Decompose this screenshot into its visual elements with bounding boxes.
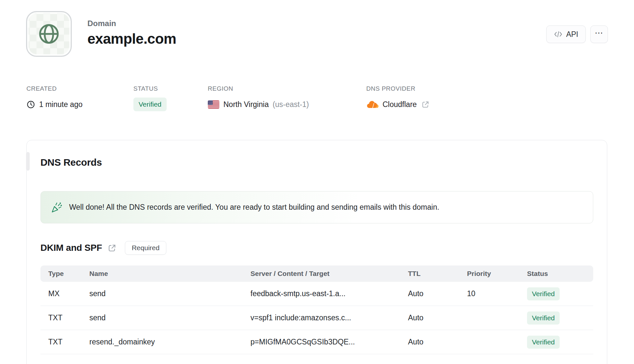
col-header-name: Name — [89, 270, 250, 278]
created-label: CREATED — [26, 85, 83, 93]
dkim-spf-section-header: DKIM and SPF Required — [40, 241, 593, 255]
status-label: STATUS — [133, 85, 167, 93]
dns-records-table: Type Name Server / Content / Target TTL … — [40, 265, 593, 354]
cell-priority: 10 — [467, 289, 527, 298]
cell-ttl: Auto — [408, 289, 467, 298]
status-badge: Verified — [133, 98, 167, 111]
dns-table-header: Type Name Server / Content / Target TTL … — [40, 265, 593, 282]
page-heading-group: Domain example.com — [87, 19, 176, 47]
cloudflare-icon — [366, 100, 379, 109]
more-button[interactable]: ⋯ — [590, 25, 608, 43]
col-header-content: Server / Content / Target — [250, 270, 408, 278]
header-actions: API ⋯ — [546, 25, 608, 43]
region-label: REGION — [208, 85, 309, 93]
table-row: TXTresend._domainkeyp=MIGfMA0GCSqGSIb3DQ… — [40, 330, 593, 354]
cell-name: send — [89, 313, 250, 322]
meta-dns-provider: DNS PROVIDER Cloudflare — [366, 85, 430, 112]
party-popper-icon — [51, 202, 62, 213]
col-header-priority: Priority — [467, 270, 527, 278]
meta-region: REGION — [208, 85, 309, 112]
cell-ttl: Auto — [408, 338, 467, 346]
dkim-spf-title: DKIM and SPF — [40, 243, 102, 253]
dkim-external-link-icon[interactable] — [108, 244, 116, 252]
col-header-status: Status — [527, 270, 593, 278]
col-header-ttl: TTL — [408, 270, 467, 278]
created-value: 1 minute ago — [39, 100, 83, 109]
region-code: (us-east-1) — [273, 100, 309, 109]
cell-status: Verified — [527, 311, 593, 325]
table-row: MXsendfeedback-smtp.us-east-1.a...Auto10… — [40, 282, 593, 306]
cell-status: Verified — [527, 336, 593, 349]
page-eyebrow: Domain — [87, 19, 176, 28]
cell-content: feedback-smtp.us-east-1.a... — [250, 289, 408, 298]
cell-content: v=spf1 include:amazonses.c... — [250, 313, 408, 322]
api-button[interactable]: API — [546, 25, 586, 43]
cell-name: send — [89, 289, 250, 298]
cloudflare-external-link-icon[interactable] — [421, 100, 430, 109]
cell-ttl: Auto — [408, 313, 467, 322]
meta-status: STATUS Verified — [133, 85, 167, 112]
clock-icon — [26, 100, 35, 109]
dns-provider-label: DNS PROVIDER — [366, 85, 430, 93]
cell-name: resend._domainkey — [89, 338, 250, 346]
dns-table-body: MXsendfeedback-smtp.us-east-1.a...Auto10… — [40, 282, 593, 354]
col-header-type: Type — [40, 270, 89, 278]
domain-detail-page: Domain example.com API ⋯ CREATED — [0, 0, 634, 364]
cell-type: TXT — [40, 313, 89, 322]
status-badge: Verified — [527, 311, 560, 325]
cell-type: TXT — [40, 338, 89, 346]
success-banner: Well done! All the DNS records are verif… — [40, 191, 593, 223]
domain-avatar — [26, 11, 72, 57]
cell-content: p=MIGfMA0GCSqGSIb3DQE... — [250, 338, 408, 346]
meta-created: CREATED 1 minute ago — [26, 85, 83, 112]
cell-status: Verified — [527, 287, 593, 300]
dns-records-card: DNS Records Well done! All the DNS recor… — [26, 140, 607, 364]
api-button-label: API — [566, 30, 578, 39]
dns-provider-value: Cloudflare — [383, 100, 417, 109]
region-value: North Virginia — [223, 100, 269, 109]
status-badge: Verified — [527, 287, 560, 300]
globe-icon — [37, 22, 61, 46]
card-scroll-pill — [26, 152, 30, 171]
code-icon — [554, 31, 563, 38]
success-banner-message: Well done! All the DNS records are verif… — [69, 203, 439, 212]
ellipsis-icon: ⋯ — [595, 28, 604, 38]
cell-type: MX — [40, 289, 89, 298]
table-row: TXTsendv=spf1 include:amazonses.c...Auto… — [40, 306, 593, 330]
domain-meta-row: CREATED 1 minute ago STATUS Verified REG… — [26, 85, 581, 111]
required-badge: Required — [125, 241, 166, 255]
dns-records-title: DNS Records — [40, 157, 593, 168]
page-title: example.com — [87, 30, 176, 47]
us-flag-icon — [208, 100, 219, 109]
status-badge: Verified — [527, 336, 560, 349]
